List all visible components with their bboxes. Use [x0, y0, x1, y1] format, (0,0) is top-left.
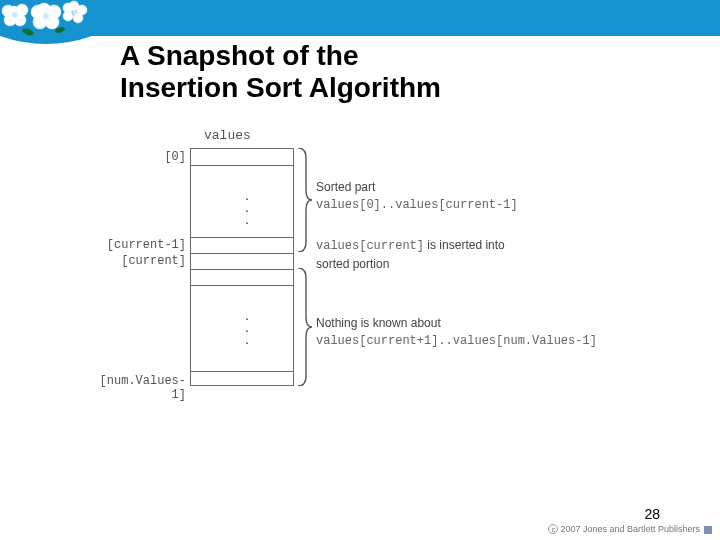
brace-icon	[296, 148, 312, 256]
page-number: 28	[644, 506, 660, 522]
title-line-1: A Snapshot of the	[120, 40, 359, 71]
array-divider	[191, 237, 293, 238]
array-divider	[191, 165, 293, 166]
svg-point-6	[12, 12, 18, 18]
array-box: ... ...	[190, 148, 294, 386]
annotation-unknown: Nothing is known about values[current+1]…	[316, 314, 686, 350]
svg-point-12	[43, 13, 49, 19]
array-divider	[191, 269, 293, 270]
annotation-insert-text: is inserted into	[424, 238, 505, 252]
page-title: A Snapshot of the Insertion Sort Algorit…	[120, 40, 680, 104]
annotation-unknown-heading: Nothing is known about	[316, 314, 686, 332]
array-label: values	[204, 128, 251, 143]
brace-icon	[296, 268, 312, 390]
header-banner	[0, 0, 720, 36]
copyright-footer: c2007 Jones and Bartlett Publishers	[548, 524, 712, 534]
annotation-sorted: Sorted part values[0]..values[current-1]	[316, 178, 686, 214]
annotation-sorted-heading: Sorted part	[316, 178, 686, 196]
copyright-icon: c	[548, 524, 558, 534]
annotation-unknown-range: values[current+1]..values[num.Values-1]	[316, 332, 686, 350]
slide-root: A Snapshot of the Insertion Sort Algorit…	[0, 0, 720, 540]
index-0: [0]	[164, 150, 186, 164]
index-current-minus-1: [current-1]	[107, 238, 186, 252]
copyright-text: 2007 Jones and Bartlett Publishers	[560, 524, 700, 534]
header-flowers-decoration	[0, 0, 92, 48]
ellipsis-icon: ...	[235, 307, 255, 343]
annotation-insert-text-2: sorted portion	[316, 255, 686, 273]
publisher-logo-icon	[704, 526, 712, 534]
annotation-sorted-range: values[0]..values[current-1]	[316, 196, 686, 214]
annotation-insert: values[current] is inserted into sorted …	[316, 236, 686, 273]
svg-point-17	[63, 3, 73, 13]
array-divider	[191, 371, 293, 372]
index-current: [current]	[121, 254, 186, 268]
svg-point-18	[73, 10, 78, 15]
title-line-2: Insertion Sort Algorithm	[120, 72, 441, 103]
array-divider	[191, 253, 293, 254]
array-divider	[191, 285, 293, 286]
ellipsis-icon: ...	[235, 187, 255, 223]
insertion-sort-diagram: values [0] [current-1] [current] [num.Va…	[100, 128, 670, 428]
annotation-insert-code: values[current]	[316, 239, 424, 253]
index-numvalues-minus-1: [num.Values-1]	[100, 374, 186, 402]
